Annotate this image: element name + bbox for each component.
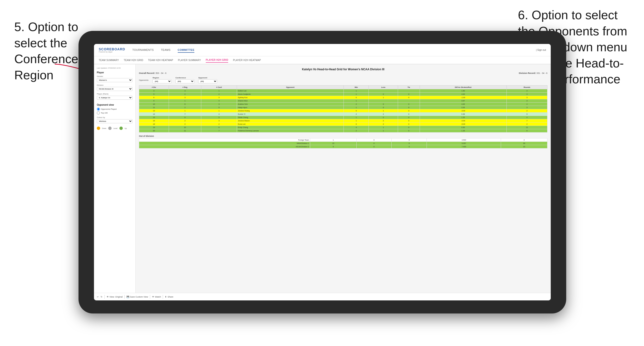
overall-record: Overall Record: 353 - 34 - 6 xyxy=(139,72,166,74)
color-label-up: Up xyxy=(125,128,127,129)
table-row: 331Esther Lee11.504 xyxy=(139,89,548,93)
opponent-view-title: Opponent view xyxy=(97,104,132,106)
opponent-view-radio-group: Opponents Played Top 100 xyxy=(97,108,132,115)
sub-nav-team-h2h-heatmap[interactable]: TEAM H2H HEATMAP xyxy=(148,58,173,62)
filter-bar: Opponents: Region (All) Conference (All) xyxy=(139,77,548,83)
toolbar-divider-2 xyxy=(124,295,125,299)
nav-committee[interactable]: COMMITTEE xyxy=(178,47,194,53)
tablet-frame: SCOREBOARD Powered by clippd TOURNAMENTS… xyxy=(78,31,566,314)
region-filter-select[interactable]: (All) xyxy=(152,79,172,83)
table-row: 1311Jessica Huang010-3.002 xyxy=(139,109,548,113)
share-label: Share xyxy=(168,296,173,298)
main-content: Last Updated: 27/03/2024 10:54 Player Ge… xyxy=(94,64,551,293)
table-row: 1125Heejo Hyun1003.333 xyxy=(139,106,548,109)
page-title: Katelyn Vo Head-to-Head Grid for Women's… xyxy=(139,68,548,71)
col-win: Win xyxy=(344,85,369,89)
table-row: 20117Federica Domecq Lacroze2101.336 xyxy=(139,129,548,133)
col-loss: Loss xyxy=(369,85,398,89)
opponent-filter-group: Opponent (All) xyxy=(198,77,217,83)
view-original-btn[interactable]: 👁 View: Original xyxy=(106,296,122,298)
region-filter-group: Region (All) xyxy=(152,77,172,83)
col-div: # Div xyxy=(139,85,169,89)
table-row: 914Sharon Mun13.673 xyxy=(139,99,548,103)
table-row: 1623Jessica Mason120-0.947 xyxy=(139,119,548,123)
redo-btn[interactable]: ↻ xyxy=(101,296,102,298)
sub-nav: TEAM SUMMARY TEAM H2H GRID TEAM H2H HEAT… xyxy=(94,56,551,64)
sidebar: Last Updated: 27/03/2024 10:54 Player Ge… xyxy=(94,64,136,293)
color-legend: Down Level Up xyxy=(97,127,132,130)
color-label-down: Down xyxy=(102,128,106,129)
save-icon: 💾 xyxy=(126,296,129,298)
table-row: 1063Andrea York2004.004 xyxy=(139,103,548,106)
toolbar-divider-1 xyxy=(104,295,105,299)
records-row: Overall Record: 353 - 34 - 6 Division Re… xyxy=(139,72,548,74)
division-record: Division Record: 331 - 34 - 6 xyxy=(519,72,548,74)
logo-sub: Powered by clippd xyxy=(99,51,125,53)
gender-select[interactable]: Women's xyxy=(97,78,132,82)
radio-top100[interactable]: Top 100 xyxy=(97,111,132,115)
out-of-division-table: Foreign Team1004.5002NAIA Division 11500… xyxy=(139,138,548,149)
toolbar-divider-4 xyxy=(163,295,163,299)
opponent-filter-select[interactable]: (All) xyxy=(198,79,217,83)
share-icon: ⬆ xyxy=(165,296,167,298)
opponent-filter-label: Opponent xyxy=(198,77,217,79)
col-reg: # Reg xyxy=(169,85,201,89)
app-header: SCOREBOARD Powered by clippd TOURNAMENTS… xyxy=(94,44,551,56)
color-dot-up xyxy=(120,127,123,130)
col-tie: Tie xyxy=(398,85,420,89)
watch-label: Watch xyxy=(155,296,161,298)
col-diff: Diff Av Strokes/Rnd xyxy=(420,85,506,89)
sub-nav-team-h2h-grid[interactable]: TEAM H2H GRID xyxy=(124,58,143,62)
player-rank-select[interactable]: 6. Katelyn Vo xyxy=(97,96,132,100)
share-btn[interactable]: ⬆ Share xyxy=(165,296,173,298)
h2h-table: # Div # Reg # Conf Opponent Win Loss Tie… xyxy=(139,85,548,133)
color-dot-level xyxy=(108,127,112,130)
undo-btn[interactable]: ↩ xyxy=(97,296,99,298)
col-opponent: Opponent xyxy=(237,85,344,89)
sidebar-player-title: Player xyxy=(97,71,132,74)
content-area: Katelyn Vo Head-to-Head Grid for Women's… xyxy=(136,64,551,293)
sign-out[interactable]: | Sign out xyxy=(536,49,546,51)
last-updated: Last Updated: 27/03/2024 10:54 xyxy=(97,67,132,69)
watch-btn[interactable]: 👁 Watch xyxy=(152,296,161,298)
opponents-label: Opponents: xyxy=(139,79,149,81)
color-dot-down xyxy=(97,127,100,130)
division-label: Division xyxy=(97,84,132,86)
radio-opponents-played[interactable]: Opponents Played xyxy=(97,108,132,111)
sub-nav-player-h2h-heatmap[interactable]: PLAYER H2H HEATMAP xyxy=(233,58,261,62)
tablet-screen: SCOREBOARD Powered by clippd TOURNAMENTS… xyxy=(94,44,551,300)
ood-table-row: Foreign Team1004.5002 xyxy=(139,139,548,142)
logo-text: SCOREBOARD xyxy=(99,47,125,51)
main-nav: TOURNAMENTS TEAMS COMMITTEE xyxy=(132,47,536,53)
col-rounds: Rounds xyxy=(506,85,547,89)
player-rank-label: Player (Rank) xyxy=(97,93,132,95)
sub-nav-team-summary[interactable]: TEAM SUMMARY xyxy=(99,58,119,62)
colour-by-select[interactable]: Win/loss xyxy=(97,119,132,123)
table-row: 1474Eunice Yi2200.389 xyxy=(139,113,548,116)
table-row: 1585Stella Cheng1001.254 xyxy=(139,116,548,119)
conference-filter-select[interactable]: (All) xyxy=(175,79,194,83)
division-select[interactable]: NCAA Division III xyxy=(97,87,132,91)
table-row: 522Alexis Sudjianto1004.003 xyxy=(139,93,548,96)
ood-table-row: NAIA Division 115009.26730 xyxy=(139,142,548,145)
col-conf: # Conf xyxy=(201,85,237,89)
conference-filter-group: Conference (All) xyxy=(175,77,194,83)
region-filter-label: Region xyxy=(152,77,172,79)
nav-tournaments[interactable]: TOURNAMENTS xyxy=(132,47,154,53)
gender-label: Gender xyxy=(97,75,132,77)
conference-filter-label: Conference xyxy=(175,77,194,79)
table-row: 19106Emily Chang4100.3011 xyxy=(139,126,548,129)
colour-by-label: Colour by xyxy=(97,116,132,119)
color-label-level: Level xyxy=(114,128,118,129)
view-original-label: View: Original xyxy=(110,296,122,298)
nav-teams[interactable]: TEAMS xyxy=(161,47,170,53)
sub-nav-player-summary[interactable]: PLAYER SUMMARY xyxy=(178,58,201,62)
watch-icon: 👁 xyxy=(152,296,154,298)
table-row: 1822Euna Lee020-5.002 xyxy=(139,123,548,126)
out-of-division-header: Out of division xyxy=(139,135,548,137)
sub-nav-player-h2h-grid[interactable]: PLAYER H2H GRID xyxy=(206,58,228,63)
table-row: 633Sydney Kuo010-1.003 xyxy=(139,96,548,99)
save-custom-btn[interactable]: 💾 Save Custom View xyxy=(126,296,148,298)
ood-table-row: NCAA Division 25007.40010 xyxy=(139,145,548,149)
eye-icon: 👁 xyxy=(106,296,109,298)
